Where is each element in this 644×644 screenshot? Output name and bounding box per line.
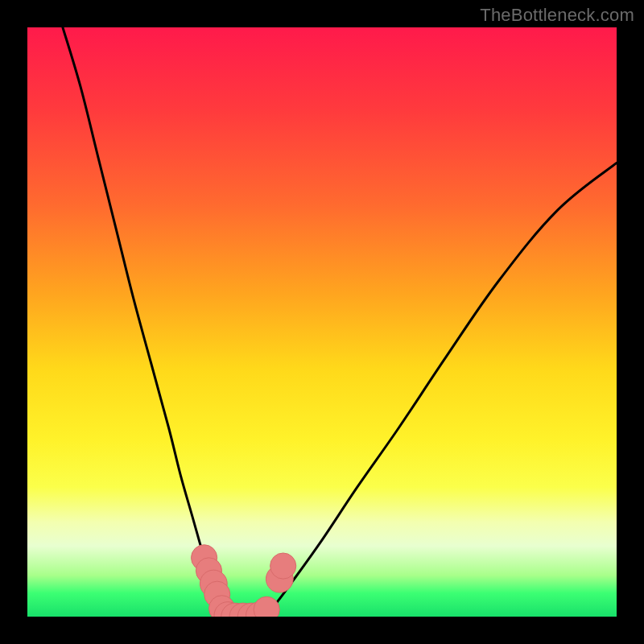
watermark-text: TheBottleneck.com [480, 5, 634, 26]
marker-layer [27, 27, 617, 617]
data-marker [270, 553, 296, 579]
plot-area [27, 27, 617, 617]
chart-frame: TheBottleneck.com [0, 0, 644, 644]
data-marker [254, 597, 279, 617]
